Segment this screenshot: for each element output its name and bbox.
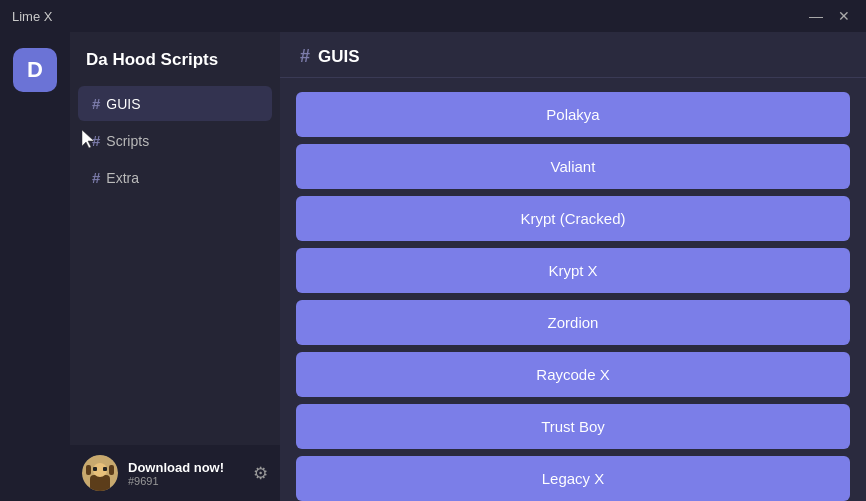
sidebar-header: Da Hood Scripts xyxy=(70,32,280,80)
script-button-polakya[interactable]: Polakya xyxy=(296,92,850,137)
svg-rect-1 xyxy=(90,475,110,491)
svg-rect-6 xyxy=(109,465,114,475)
script-button-trust-boy[interactable]: Trust Boy xyxy=(296,404,850,449)
sidebar-item-label: Extra xyxy=(106,170,139,186)
user-avatar-icon xyxy=(82,455,118,491)
sidebar-item-label: Scripts xyxy=(106,133,149,149)
channel-title: GUIS xyxy=(318,47,360,67)
sidebar-item-guis[interactable]: #GUIS xyxy=(78,86,272,121)
content-header: # GUIS xyxy=(280,32,866,77)
sidebar-item-extra[interactable]: #Extra xyxy=(78,160,272,195)
sidebar-nav: #GUIS#Scripts#Extra xyxy=(70,80,280,445)
user-id: #9691 xyxy=(128,475,243,487)
svg-rect-3 xyxy=(93,467,97,471)
titlebar: Lime X — ✕ xyxy=(0,0,866,32)
script-button-valiant[interactable]: Valiant xyxy=(296,144,850,189)
hash-icon: # xyxy=(92,169,100,186)
close-button[interactable]: ✕ xyxy=(834,9,854,23)
server-avatar[interactable]: D xyxy=(13,48,57,92)
main-layout: D Da Hood Scripts #GUIS#Scripts#Extra Do… xyxy=(0,32,866,501)
user-info: Download now! #9691 xyxy=(128,460,243,487)
hash-icon: # xyxy=(92,95,100,112)
sidebar-footer: Download now! #9691 ⚙ xyxy=(70,445,280,501)
settings-icon[interactable]: ⚙ xyxy=(253,463,268,484)
minimize-button[interactable]: — xyxy=(806,9,826,23)
window-controls: — ✕ xyxy=(806,9,854,23)
username: Download now! xyxy=(128,460,243,475)
avatar-strip: D xyxy=(0,32,70,501)
script-list: PolakyaValiantKrypt (Cracked)Krypt XZord… xyxy=(280,88,866,501)
script-button-krypt-cracked[interactable]: Krypt (Cracked) xyxy=(296,196,850,241)
script-button-legacy-x[interactable]: Legacy X xyxy=(296,456,850,501)
channel-hash-icon: # xyxy=(300,46,310,67)
svg-rect-4 xyxy=(103,467,107,471)
app-title: Lime X xyxy=(12,9,52,24)
sidebar-item-scripts[interactable]: #Scripts xyxy=(78,123,272,158)
script-button-zordion[interactable]: Zordion xyxy=(296,300,850,345)
script-button-krypt-x[interactable]: Krypt X xyxy=(296,248,850,293)
header-divider xyxy=(280,77,866,78)
content-area: # GUIS PolakyaValiantKrypt (Cracked)Kryp… xyxy=(280,32,866,501)
script-button-raycode-x[interactable]: Raycode X xyxy=(296,352,850,397)
svg-rect-5 xyxy=(86,465,91,475)
sidebar-item-label: GUIS xyxy=(106,96,140,112)
user-avatar xyxy=(82,455,118,491)
hash-icon: # xyxy=(92,132,100,149)
sidebar: Da Hood Scripts #GUIS#Scripts#Extra Down… xyxy=(70,32,280,501)
